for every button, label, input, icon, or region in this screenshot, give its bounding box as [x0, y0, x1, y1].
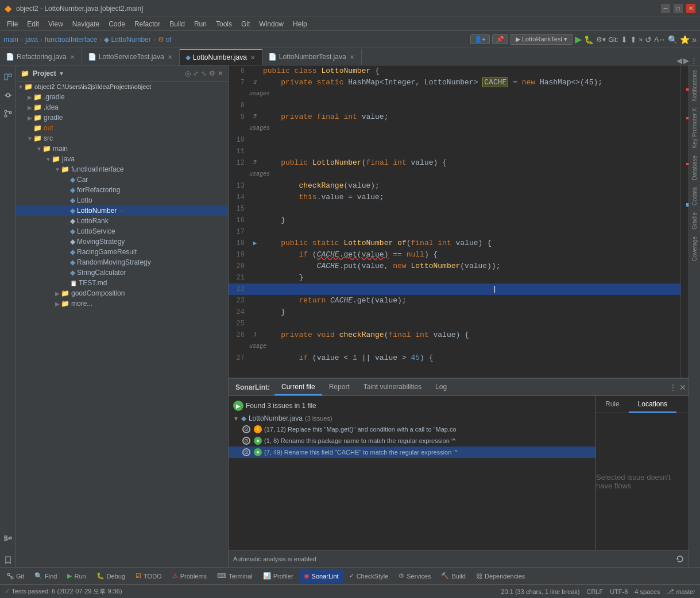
pull-requests-icon[interactable]: [1, 107, 15, 121]
tree-row-stringcalculator[interactable]: ▶ ◆ StringCalculator: [16, 267, 228, 278]
tab-log[interactable]: Log: [428, 379, 454, 395]
issue-item-3[interactable]: ⊙ ● (7, 49) Rename this field "CACHE" to…: [229, 446, 595, 458]
tool-sonarlint[interactable]: ◉ SonarLint: [299, 569, 343, 583]
codata-icon[interactable]: Codata: [690, 185, 699, 208]
tab-refactoring[interactable]: 📄 Refactoring.java ✕: [0, 49, 82, 65]
tool-find[interactable]: 🔍 Find: [30, 569, 61, 583]
sidebar-gear-button[interactable]: ⚙: [209, 69, 215, 77]
panel-more-button[interactable]: ⋮: [669, 383, 677, 392]
breadcrumb-main[interactable]: main: [3, 36, 18, 44]
run-config-selector[interactable]: ▶ LottoRankTest ▾: [511, 34, 573, 45]
tool-terminal[interactable]: ⌨ Terminal: [212, 569, 257, 583]
key-promoter-icon[interactable]: Key Promoter X: [690, 106, 699, 151]
tree-row-object2[interactable]: ▼ 📁 object2 C:\Users\is2js\IdeaProjects\…: [16, 81, 228, 92]
tree-row-src[interactable]: ▼ 📁 src: [16, 133, 228, 143]
translate-button[interactable]: A↔: [654, 36, 666, 44]
sidebar-dropdown[interactable]: ▾: [60, 69, 63, 77]
tree-row-main[interactable]: ▼ 📁 main: [16, 143, 228, 154]
panel-close-button[interactable]: ✕: [679, 383, 686, 392]
tree-row-randommovingstrategy[interactable]: ▶ ◆ RandomMovingStrategy: [16, 257, 228, 267]
project-icon[interactable]: [1, 70, 15, 84]
tab-scroll-right[interactable]: ▶: [683, 56, 689, 65]
sidebar-collapse-button[interactable]: ⤡: [201, 69, 207, 77]
tree-row-lottonumber[interactable]: ▶ ◆ LottoNumber ─: [16, 205, 228, 216]
locations-tab[interactable]: Locations: [629, 397, 676, 413]
tree-row-car[interactable]: ▶ ◆ Car: [16, 174, 228, 185]
notifications-icon[interactable]: Notifications: [690, 68, 699, 103]
tool-git[interactable]: Git: [2, 569, 29, 583]
tree-row-more[interactable]: ▶ 📁 more...: [16, 298, 228, 309]
sidebar-close-button[interactable]: ✕: [218, 69, 223, 77]
tool-services[interactable]: ⚙ Services: [394, 569, 435, 583]
tool-problems[interactable]: ⚠ Problems: [168, 569, 211, 583]
tab-lottoservice-test[interactable]: 📄 LottoServiceTest.java ✕: [82, 49, 180, 65]
close-icon[interactable]: ✕: [167, 54, 173, 60]
tool-dependencies[interactable]: ⛓ Dependencies: [471, 569, 529, 583]
member-add-button[interactable]: 👤+: [470, 34, 490, 44]
close-icon[interactable]: ✕: [349, 54, 355, 60]
tab-more[interactable]: ⋮: [690, 56, 698, 65]
tree-row-gradle[interactable]: ▶ 📁 .gradle: [16, 92, 228, 102]
breadcrumb-method[interactable]: ⚙ of: [158, 36, 172, 44]
tab-lottonumber-test[interactable]: 📄 LottoNumberTest.java ✕: [262, 49, 362, 65]
run-button[interactable]: ▶: [575, 34, 582, 45]
issue-item-1[interactable]: ⊙ ! (17, 12) Replace this "Map.get()" an…: [229, 424, 595, 435]
tree-row-racinggameresult[interactable]: ▶ ◆ RacingGameResult: [16, 247, 228, 257]
tree-row-testmd[interactable]: ▶ 📋 TEST.md: [16, 278, 228, 288]
more-actions-button[interactable]: »: [692, 35, 697, 44]
git-more-button[interactable]: »: [639, 36, 643, 44]
tree-row-gradle2[interactable]: ▶ 📁 gradle: [16, 112, 228, 123]
git-push-button[interactable]: ⬆: [630, 35, 637, 44]
settings-button[interactable]: ⭐: [680, 35, 690, 44]
tool-profiler[interactable]: 📊 Profiler: [258, 569, 298, 583]
tool-checkstyle[interactable]: ✓ CheckStyle: [345, 569, 393, 583]
issue-item-2[interactable]: ⊙ ● (1, 8) Rename this package name to m…: [229, 435, 595, 446]
bookmarks-icon[interactable]: [1, 553, 15, 567]
maximize-button[interactable]: □: [674, 4, 683, 13]
database-icon[interactable]: Database: [690, 153, 699, 182]
tab-report[interactable]: Report: [322, 379, 357, 395]
close-icon[interactable]: ✕: [69, 54, 76, 60]
breadcrumb-interface[interactable]: functioalInterface: [45, 36, 97, 44]
menu-run[interactable]: Run: [189, 19, 211, 29]
refresh-icon[interactable]: [676, 555, 684, 563]
tree-row-lottorank[interactable]: ▶ ◆ LottoRank: [16, 216, 228, 226]
tab-scroll-left[interactable]: ◀: [676, 56, 682, 65]
git-branch-indicator[interactable]: ⎇ master: [667, 588, 695, 595]
more-run-button[interactable]: ⚙▾: [596, 36, 606, 44]
tool-build[interactable]: 🔨 Build: [436, 569, 470, 583]
sidebar-locate-button[interactable]: ◎: [185, 69, 191, 77]
menu-file[interactable]: File: [2, 19, 22, 29]
issue-file-row[interactable]: ▼ ◆ LottoNumber.java (3 issues): [229, 413, 595, 424]
tests-status[interactable]: ✓ Tests passed: 6 (2022-07-29 오후 9:36): [5, 587, 122, 596]
close-icon[interactable]: ✕: [249, 55, 256, 61]
tool-debug[interactable]: 🐛 Debug: [92, 569, 130, 583]
code-editor[interactable]: 6 public class LottoNumber { 7 3 usages …: [229, 65, 680, 378]
line-ending-selector[interactable]: CRLF: [586, 588, 603, 595]
tab-lottonumber[interactable]: ◆ LottoNumber.java ✕: [180, 49, 262, 65]
menu-tools[interactable]: Tools: [211, 19, 237, 29]
menu-edit[interactable]: Edit: [22, 19, 44, 29]
breadcrumb-java[interactable]: java: [25, 36, 38, 44]
tool-run[interactable]: ▶ Run: [63, 569, 90, 583]
tree-row-forrefactoring[interactable]: ▶ ◆ forRefactoring: [16, 185, 228, 195]
menu-code[interactable]: Code: [104, 19, 130, 29]
structure-icon[interactable]: [1, 533, 15, 546]
run-analysis-button[interactable]: ▶: [233, 401, 243, 411]
tree-row-out[interactable]: ▶ 📁 out: [16, 123, 228, 133]
menu-git[interactable]: Git: [237, 19, 254, 29]
charset-selector[interactable]: UTF-8: [610, 588, 628, 595]
menu-refactor[interactable]: Refactor: [130, 19, 165, 29]
menu-window[interactable]: Window: [254, 19, 288, 29]
menu-navigate[interactable]: Navigate: [68, 19, 104, 29]
minimize-button[interactable]: ─: [661, 4, 670, 13]
gradle-icon[interactable]: Gradle: [690, 210, 699, 232]
breadcrumb-class[interactable]: ◆ LottoNumber: [104, 36, 150, 44]
tab-current-file[interactable]: Current file: [274, 379, 322, 395]
sidebar-expand-button[interactable]: ⤢: [193, 69, 199, 77]
commit-icon[interactable]: [1, 88, 15, 102]
undo-button[interactable]: ↺: [645, 35, 652, 44]
tree-row-movingstrategy[interactable]: ▶ ◆ MovingStrategy: [16, 236, 228, 247]
tree-row-java-folder[interactable]: ▼ 📁 java: [16, 154, 228, 164]
rule-tab[interactable]: Rule: [596, 397, 629, 413]
